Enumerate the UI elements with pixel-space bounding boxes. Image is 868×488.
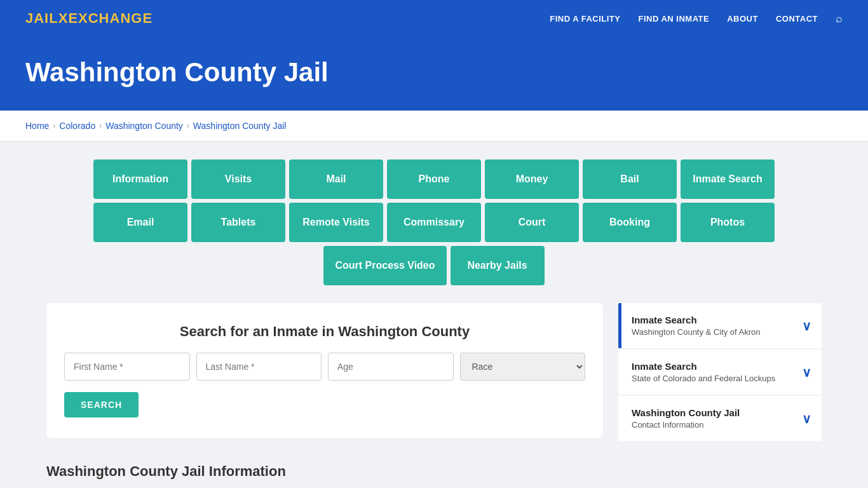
sidebar-item-inmate-search-state[interactable]: Inmate Search State of Colorado and Fede… bbox=[618, 349, 822, 395]
btn-photos[interactable]: Photos bbox=[681, 203, 775, 242]
hero-section: Washington County Jail bbox=[0, 37, 868, 111]
breadcrumb-colorado[interactable]: Colorado bbox=[59, 121, 95, 131]
sidebar-item-text-state: Inmate Search State of Colorado and Fede… bbox=[632, 361, 775, 383]
sidebar-item-inmate-search-local[interactable]: Inmate Search Washington County & City o… bbox=[618, 303, 822, 348]
btn-visits[interactable]: Visits bbox=[191, 159, 285, 199]
nav-contact[interactable]: CONTACT bbox=[776, 14, 818, 24]
btn-information[interactable]: Information bbox=[93, 159, 187, 199]
btn-booking[interactable]: Booking bbox=[583, 203, 677, 242]
age-input[interactable] bbox=[328, 353, 454, 381]
breadcrumb-sep-2: › bbox=[99, 121, 102, 130]
breadcrumb-washington-county[interactable]: Washington County bbox=[105, 121, 183, 131]
search-title: Search for an Inmate in Washington Count… bbox=[64, 323, 585, 340]
breadcrumb: Home › Colorado › Washington County › Wa… bbox=[0, 111, 868, 142]
sidebar-title-contact: Washington County Jail bbox=[632, 407, 740, 418]
section-heading: Washington County Jail Information bbox=[46, 456, 603, 480]
btn-phone[interactable]: Phone bbox=[387, 159, 481, 199]
sidebar-item-text-contact: Washington County Jail Contact Informati… bbox=[632, 407, 740, 430]
breadcrumb-jail[interactable]: Washington County Jail bbox=[193, 121, 287, 131]
sidebar-subtitle-local: Washington County & City of Akron bbox=[632, 327, 761, 337]
btn-remote-visits[interactable]: Remote Visits bbox=[289, 203, 383, 242]
btn-court[interactable]: Court bbox=[485, 203, 579, 242]
content-area: Search for an Inmate in Washington Count… bbox=[46, 303, 822, 480]
chevron-down-icon-state: ∨ bbox=[802, 365, 811, 380]
search-panel: Search for an Inmate in Washington Count… bbox=[46, 303, 603, 438]
btn-bail[interactable]: Bail bbox=[583, 159, 677, 199]
search-icon[interactable]: ⌕ bbox=[836, 12, 843, 25]
navbar: JAILXEXCHANGE FIND A FACILITY FIND AN IN… bbox=[0, 0, 868, 37]
sidebar-subtitle-state: State of Colorado and Federal Lockups bbox=[632, 374, 775, 383]
btn-email[interactable]: Email bbox=[93, 203, 187, 242]
logo-exchange: EXCHANGE bbox=[68, 10, 153, 26]
btn-mail[interactable]: Mail bbox=[289, 159, 383, 199]
breadcrumb-sep-3: › bbox=[187, 121, 189, 130]
search-fields: Race All Races White Black Hispanic Asia… bbox=[64, 353, 585, 381]
sidebar: Inmate Search Washington County & City o… bbox=[618, 303, 822, 442]
sidebar-item-contact[interactable]: Washington County Jail Contact Informati… bbox=[618, 396, 822, 441]
sidebar-item-text-local: Inmate Search Washington County & City o… bbox=[632, 315, 761, 337]
breadcrumb-sep-1: › bbox=[53, 121, 55, 130]
btn-money[interactable]: Money bbox=[485, 159, 579, 199]
main-content: Information Visits Mail Phone Money Bail… bbox=[21, 142, 847, 488]
logo-x: X bbox=[58, 10, 69, 26]
last-name-input[interactable] bbox=[196, 353, 322, 381]
sidebar-title-state: Inmate Search bbox=[632, 361, 775, 372]
btn-court-process-video[interactable]: Court Process Video bbox=[323, 246, 446, 285]
nav-links: FIND A FACILITY FIND AN INMATE ABOUT CON… bbox=[550, 12, 843, 25]
site-logo[interactable]: JAILXEXCHANGE bbox=[25, 10, 153, 27]
left-column: Search for an Inmate in Washington Count… bbox=[46, 303, 603, 480]
chevron-down-icon-contact: ∨ bbox=[802, 411, 811, 426]
btn-tablets[interactable]: Tablets bbox=[191, 203, 285, 242]
sidebar-title-local: Inmate Search bbox=[632, 315, 761, 325]
sidebar-item-inner-local[interactable]: Inmate Search Washington County & City o… bbox=[621, 303, 822, 348]
sidebar-item-inner-state[interactable]: Inmate Search State of Colorado and Fede… bbox=[621, 349, 822, 395]
nav-find-inmate[interactable]: FIND AN INMATE bbox=[638, 14, 709, 24]
chevron-down-icon-local: ∨ bbox=[802, 318, 811, 334]
btn-commissary[interactable]: Commissary bbox=[387, 203, 481, 242]
nav-find-facility[interactable]: FIND A FACILITY bbox=[550, 14, 620, 24]
btn-nearby-jails[interactable]: Nearby Jails bbox=[451, 246, 545, 285]
btn-inmate-search[interactable]: Inmate Search bbox=[681, 159, 775, 199]
page-title: Washington County Jail bbox=[25, 57, 843, 88]
sidebar-subtitle-contact: Contact Information bbox=[632, 420, 740, 430]
race-select[interactable]: Race All Races White Black Hispanic Asia… bbox=[460, 353, 586, 381]
logo-jail: JAIL bbox=[25, 10, 58, 26]
search-button[interactable]: SEARCH bbox=[64, 392, 139, 417]
breadcrumb-home[interactable]: Home bbox=[25, 121, 49, 131]
first-name-input[interactable] bbox=[64, 353, 190, 381]
sidebar-item-inner-contact[interactable]: Washington County Jail Contact Informati… bbox=[621, 396, 822, 441]
nav-about[interactable]: ABOUT bbox=[727, 14, 758, 24]
category-buttons: Information Visits Mail Phone Money Bail… bbox=[46, 159, 822, 285]
